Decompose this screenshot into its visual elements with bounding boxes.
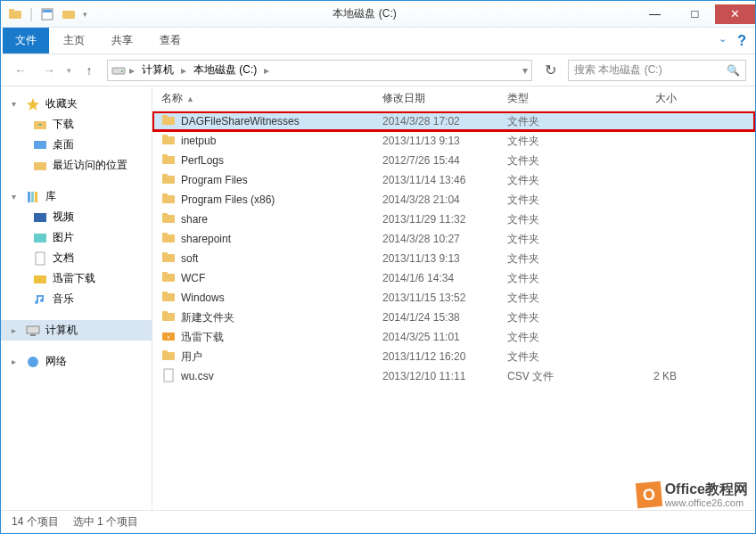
column-size[interactable]: 大小 (605, 91, 694, 106)
column-name[interactable]: 名称 ▲ (152, 91, 382, 106)
chevron-down-icon[interactable]: ▾ (12, 99, 21, 109)
svg-rect-8 (34, 141, 46, 149)
file-row[interactable]: inetpub2013/11/13 9:13文件夹 (152, 131, 755, 151)
file-name: 迅雷下载 (181, 330, 224, 345)
watermark-title: Office教程网 (665, 481, 748, 497)
file-name: share (181, 213, 208, 226)
tree-computer[interactable]: ▸ 计算机 (1, 320, 152, 341)
file-type: 文件夹 (507, 251, 605, 267)
tab-file[interactable]: 文件 (3, 28, 49, 53)
tree-favorites[interactable]: ▾ 收藏夹 (1, 94, 152, 114)
new-folder-icon[interactable] (62, 7, 76, 21)
tree-desktop[interactable]: 桌面 (1, 135, 152, 155)
file-name: Windows (181, 292, 225, 304)
computer-icon (26, 324, 40, 338)
file-row[interactable]: sharepoint2014/3/28 10:27文件夹 (152, 229, 755, 249)
column-type[interactable]: 类型 (507, 91, 605, 106)
tree-label: 图片 (53, 230, 74, 245)
svg-point-6 (121, 70, 123, 72)
file-date: 2014/3/25 11:01 (382, 331, 507, 343)
file-row[interactable]: DAGFileShareWitnesses2014/3/28 17:02文件夹 (152, 111, 755, 131)
search-input[interactable]: 搜索 本地磁盘 (C:) 🔍 (568, 60, 746, 81)
tree-recent[interactable]: 最近访问的位置 (1, 155, 152, 176)
file-row[interactable]: soft2013/11/13 9:13文件夹 (152, 249, 755, 268)
crumb-drive[interactable]: 本地磁盘 (C:) (190, 62, 260, 78)
file-row[interactable]: 迅雷下载2014/3/25 11:01文件夹 (152, 327, 755, 347)
svg-rect-31 (162, 213, 168, 217)
svg-rect-23 (162, 135, 168, 138)
chevron-right-icon[interactable]: ▸ (181, 64, 186, 77)
chevron-right-icon[interactable]: ▸ (129, 64, 135, 77)
recent-dropdown-icon[interactable]: ▾ (67, 66, 71, 75)
forward-button[interactable]: → (38, 60, 60, 81)
chevron-right-icon[interactable]: ▸ (12, 325, 21, 335)
qat-dropdown-icon[interactable]: ▾ (83, 10, 87, 19)
file-row[interactable]: PerfLogs2012/7/26 15:44文件夹 (152, 151, 755, 170)
qat-separator: | (29, 6, 33, 22)
file-size: 2 KB (605, 370, 694, 382)
svg-rect-35 (162, 252, 168, 256)
folder-icon (161, 349, 176, 366)
file-row[interactable]: Program Files (x86)2014/3/28 21:04文件夹 (152, 190, 755, 209)
tree-xunlei[interactable]: 迅雷下载 (1, 268, 152, 289)
chevron-down-icon[interactable]: ▾ (12, 192, 21, 201)
svg-rect-5 (112, 68, 125, 74)
file-row[interactable]: 新建文件夹2014/1/24 15:38文件夹 (152, 308, 755, 327)
file-row[interactable]: Program Files2013/11/14 13:46文件夹 (152, 170, 755, 190)
help-icon[interactable]: ? (737, 33, 746, 49)
folder-icon (161, 290, 176, 307)
file-name: 用户 (181, 349, 202, 365)
tree-documents[interactable]: 文档 (1, 248, 152, 268)
back-button[interactable]: ← (10, 60, 31, 81)
file-row[interactable]: Windows2013/11/15 13:52文件夹 (152, 288, 755, 308)
tree-music[interactable]: 音乐 (1, 289, 152, 309)
tree-libraries[interactable]: ▾ 库 (1, 186, 152, 207)
picture-icon (33, 231, 47, 245)
file-date: 2013/11/29 11:32 (382, 213, 507, 226)
drive-icon (111, 63, 126, 78)
svg-rect-12 (35, 192, 37, 202)
folder-icon (161, 113, 176, 130)
file-row[interactable]: 用户2013/11/12 16:20文件夹 (152, 347, 755, 366)
tab-home[interactable]: 主页 (51, 28, 97, 53)
file-row[interactable]: WCF2014/1/6 14:34文件夹 (152, 268, 755, 288)
up-button[interactable]: ↑ (78, 60, 100, 81)
file-type: 文件夹 (507, 212, 605, 227)
folder-icon (161, 133, 176, 150)
file-row[interactable]: wu.csv2013/12/10 11:11CSV 文件2 KB (152, 366, 755, 386)
download-icon (33, 118, 47, 132)
tab-view[interactable]: 查看 (147, 28, 193, 53)
file-date: 2014/3/28 17:02 (382, 115, 507, 127)
tree-network[interactable]: ▸ 网络 (1, 351, 152, 372)
file-row[interactable]: share2013/11/29 11:32文件夹 (152, 209, 755, 229)
svg-rect-21 (162, 115, 168, 119)
minimize-button[interactable]: — (635, 4, 675, 24)
star-icon (26, 97, 40, 111)
tree-videos[interactable]: 视频 (1, 207, 152, 227)
chevron-right-icon[interactable]: ▸ (12, 357, 21, 366)
address-bar[interactable]: ▸ 计算机 ▸ 本地磁盘 (C:) ▸ ▾ (107, 60, 532, 81)
maximize-button[interactable]: □ (675, 4, 715, 24)
svg-rect-27 (162, 174, 168, 177)
column-date[interactable]: 修改日期 (382, 91, 507, 106)
file-type: 文件夹 (507, 291, 605, 306)
svg-rect-45 (164, 369, 173, 382)
navigation-pane: ▾ 收藏夹 下载 桌面 最近访问的位置 ▾ 库 视频 图片 文档 迅雷下载 音乐… (1, 86, 152, 510)
tree-label: 视频 (53, 209, 74, 225)
properties-icon[interactable] (40, 7, 54, 21)
chevron-right-icon[interactable]: ▸ (264, 64, 269, 77)
close-button[interactable]: ✕ (715, 4, 755, 24)
tree-downloads[interactable]: 下载 (1, 114, 152, 135)
svg-rect-9 (34, 162, 46, 170)
address-dropdown-icon[interactable]: ▾ (522, 64, 528, 77)
ribbon-expand-icon[interactable]: ⌄ (719, 33, 727, 49)
svg-rect-14 (34, 234, 46, 242)
tab-share[interactable]: 共享 (99, 28, 145, 53)
refresh-button[interactable]: ↻ (539, 60, 561, 81)
crumb-computer[interactable]: 计算机 (138, 62, 177, 78)
svg-rect-42 (162, 333, 175, 341)
search-icon: 🔍 (727, 64, 740, 77)
file-name: Program Files (181, 174, 248, 186)
tree-pictures[interactable]: 图片 (1, 227, 152, 248)
ribbon-tabs: 文件 主页 共享 查看 ⌄ ? (1, 28, 755, 54)
